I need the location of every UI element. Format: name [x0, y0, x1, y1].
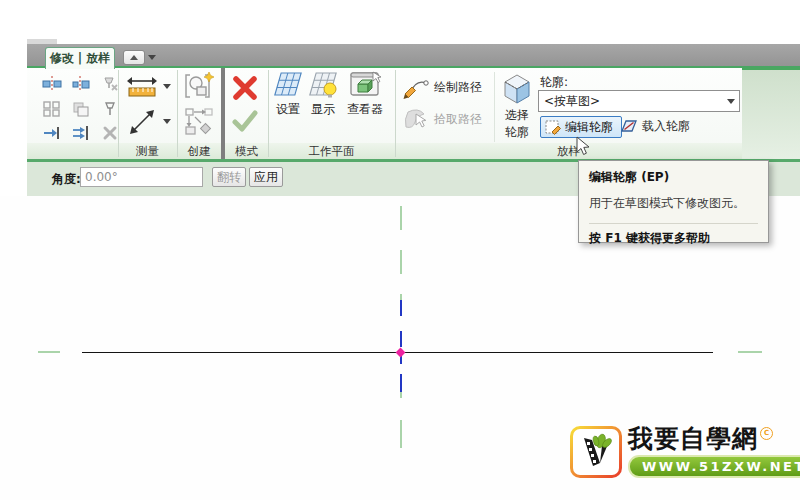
edit-profile-icon	[545, 119, 562, 135]
watermark-site-url: WWW.51ZXW.NET	[628, 455, 800, 478]
watermark-site-name: 我要自學網	[628, 426, 758, 452]
copy-icon	[71, 125, 91, 141]
panel-label-sweep: 放样	[395, 144, 742, 159]
align-icon	[42, 76, 62, 92]
create-similar-button[interactable]	[182, 106, 216, 138]
load-profile-label: 载入轮廓	[642, 118, 690, 135]
panel-label-workplane: 工作平面	[268, 144, 395, 159]
reference-plane-v-segment[interactable]	[400, 392, 402, 398]
profile-combobox-value: <按草图>	[539, 93, 723, 110]
measure-button[interactable]	[122, 73, 162, 101]
ribbon-minimize-button[interactable]	[123, 50, 145, 65]
workplane-show-button[interactable]: 显示	[306, 70, 340, 126]
workplane-show-icon	[307, 70, 339, 98]
sketch-path-label: 绘制路径	[434, 79, 482, 96]
copy-button[interactable]	[69, 123, 93, 143]
copyright-badge: C	[760, 427, 773, 440]
pick-path-label: 拾取路径	[434, 111, 482, 128]
create-group-icon	[183, 71, 215, 103]
scale-button[interactable]	[69, 99, 93, 119]
group-separator	[494, 72, 495, 142]
finish-check-icon	[232, 110, 258, 132]
viewer-icon	[349, 70, 381, 98]
watermark: 我要自學網 C WWW.51ZXW.NET	[570, 426, 800, 478]
array-button[interactable]	[40, 99, 64, 119]
pick-path-button[interactable]: 拾取路径	[402, 106, 492, 132]
reference-plane-v-segment[interactable]	[400, 250, 402, 274]
angle-input[interactable]	[80, 167, 203, 187]
ribbon-minimize-dropdown-icon[interactable]	[148, 55, 156, 60]
workplane-set-label: 设置	[276, 101, 300, 118]
edit-profile-button[interactable]: 编辑轮廓	[540, 116, 622, 138]
tab-modify-sweep[interactable]: 修改 | 放样	[45, 47, 115, 69]
workplane-set-button[interactable]: 设置	[271, 70, 305, 126]
centerline-segment[interactable]	[400, 331, 402, 347]
centerline-segment[interactable]	[400, 374, 402, 392]
finish-sketch-button[interactable]	[231, 108, 259, 134]
move-icon	[42, 125, 62, 141]
sketch-path-icon	[402, 75, 430, 99]
measure-between-dropdown-icon[interactable]	[163, 119, 171, 124]
pin-icon	[102, 100, 118, 118]
reference-plane-v-segment[interactable]	[400, 206, 402, 230]
tooltip-help-hint: 按 F1 键获得更多帮助	[589, 230, 758, 247]
apply-button-label: 应用	[254, 169, 278, 186]
viewer-label: 查看器	[347, 101, 383, 118]
create-group-button[interactable]	[181, 70, 217, 104]
reference-plane-v-segment[interactable]	[400, 420, 402, 448]
angle-label: 角度:	[52, 171, 81, 188]
measure-dropdown-icon[interactable]	[163, 84, 171, 89]
array-icon	[43, 101, 61, 117]
scale-icon	[72, 101, 90, 117]
sketch-path-button[interactable]: 绘制路径	[402, 74, 492, 100]
flip-button[interactable]: 翻转	[212, 167, 246, 187]
tooltip-title: 编辑轮廓 (EP)	[589, 169, 758, 186]
select-profile-label-1: 选择	[505, 107, 529, 124]
load-profile-icon	[620, 118, 638, 134]
delete-button[interactable]	[98, 123, 122, 143]
workplane-show-label: 显示	[311, 101, 335, 118]
move-button[interactable]	[40, 123, 64, 143]
unpin-button[interactable]	[98, 74, 122, 94]
tooltip-divider	[589, 223, 758, 224]
ribbon-filler	[742, 68, 800, 159]
workplane-set-icon	[272, 70, 304, 98]
offset-icon	[71, 76, 91, 92]
profile-label: 轮廓:	[540, 74, 568, 91]
viewer-button[interactable]: 查看器	[341, 70, 389, 126]
measure-icon	[127, 75, 157, 99]
combobox-dropdown-icon[interactable]	[723, 99, 739, 104]
reference-plane-h-end[interactable]	[38, 351, 60, 353]
apply-button[interactable]: 应用	[249, 167, 283, 187]
align-button[interactable]	[40, 74, 64, 94]
delete-x-icon	[102, 125, 118, 141]
offset-button[interactable]	[69, 74, 93, 94]
select-profile-button[interactable]: 选择 轮廓	[498, 70, 536, 142]
flip-button-label: 翻转	[217, 169, 241, 186]
mouse-cursor-icon	[575, 136, 591, 158]
centerline-segment[interactable]	[400, 300, 402, 316]
pin-button[interactable]	[98, 99, 122, 119]
panel-label-measure: 测量	[118, 144, 177, 159]
reference-plane-h-end[interactable]	[738, 351, 762, 353]
cancel-sketch-button[interactable]	[228, 72, 262, 104]
tooltip-description: 用于在草图模式下修改图元。	[589, 195, 758, 212]
create-similar-icon	[185, 108, 213, 136]
measure-between-button[interactable]	[122, 105, 162, 139]
select-profile-label-2: 轮廓	[505, 124, 529, 141]
measure-diagonal-icon	[128, 108, 156, 136]
load-profile-button[interactable]: 载入轮廓	[620, 116, 706, 136]
app-window: 修改 | 放样	[0, 0, 800, 500]
pick-path-icon	[402, 107, 430, 131]
unpin-icon	[101, 75, 119, 93]
cancel-x-icon	[230, 73, 260, 103]
panel-label-create: 创建	[177, 144, 221, 159]
panel-label-mode: 模式	[225, 144, 268, 159]
tooltip: 编辑轮廓 (EP) 用于在草图模式下修改图元。 按 F1 键获得更多帮助	[578, 160, 769, 243]
tab-label: 修改 | 放样	[50, 50, 111, 67]
select-profile-icon	[499, 70, 535, 106]
watermark-logo-icon	[570, 426, 622, 478]
edit-profile-label: 编辑轮廓	[565, 119, 613, 136]
minimize-arrow-icon	[130, 55, 138, 60]
profile-combobox[interactable]: <按草图>	[538, 90, 740, 112]
